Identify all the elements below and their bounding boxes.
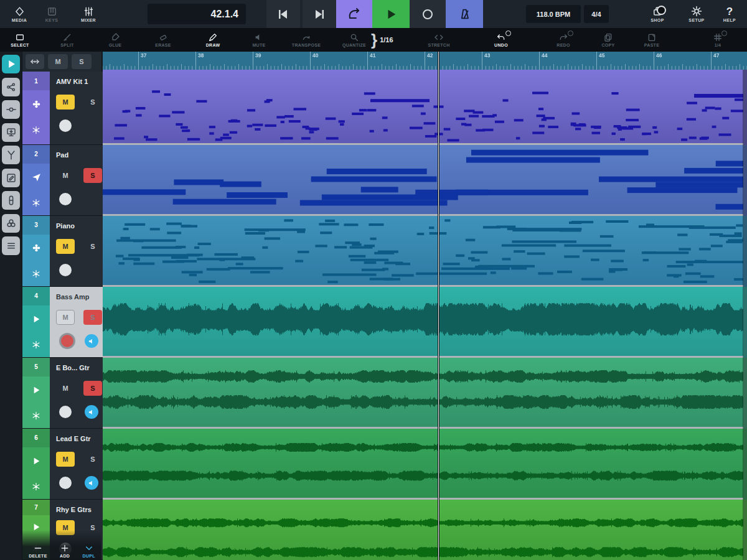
audio-track-icon[interactable] [22,376,50,404]
lane-canvas-3[interactable] [103,216,747,285]
record-arm-button[interactable] [59,477,72,489]
stretch-tool-button[interactable]: STRETCH [419,28,459,52]
sidebar-connector-button[interactable] [2,100,20,119]
cycle-button[interactable] [336,0,372,28]
master-mute-button[interactable]: M [48,54,68,69]
lane-track-3[interactable] [103,216,747,287]
solo-button[interactable]: S [83,239,102,254]
lane-canvas-5[interactable] [103,358,747,427]
overview-scroll-strip[interactable] [743,70,747,560]
track-name[interactable]: Piano [56,218,102,235]
lane-track-2[interactable] [103,145,747,216]
lane-track-4[interactable] [103,287,747,358]
redo-tool-button[interactable]: REDO [545,28,582,52]
quantize-tool-button[interactable]: QUANTIZE [336,28,372,52]
sidebar-nodes-button[interactable] [2,78,20,96]
duplicate-track-button[interactable]: DUPL [83,543,95,558]
playhead-cursor[interactable] [438,52,439,560]
track-header-3[interactable]: 3PianoMS [22,216,101,287]
mixer-button[interactable]: MIXER [72,0,105,28]
lane-track-7[interactable] [103,500,747,560]
track-name[interactable]: Bass Amp [56,289,102,306]
sidebar-branch-button[interactable] [2,146,20,164]
lane-canvas-4[interactable] [103,287,747,356]
track-header-2[interactable]: 2PadMS [22,145,101,216]
track-header-5[interactable]: 5E Bo... GtrMS [22,358,101,429]
erase-tool-button[interactable]: ERASE [144,28,182,52]
lane-canvas-6[interactable] [103,429,747,498]
midi-instrument-icon[interactable] [22,235,50,262]
help-button[interactable]: ? HELP [716,0,743,28]
setup-button[interactable]: SETUP [680,0,713,28]
sidebar-monitor-button[interactable] [2,123,20,142]
record-arm-button[interactable] [59,333,75,349]
timeline-ruler[interactable]: 3738394041424344454647 [103,52,747,70]
freeze-icon[interactable] [22,261,50,286]
track-name[interactable]: Rhy E Gtrs [56,502,102,516]
solo-button[interactable]: S [83,310,102,325]
tempo-display[interactable]: 118.0 BPM [526,5,581,23]
time-position-display[interactable]: 42.1.4 [148,4,246,24]
solo-button[interactable]: S [83,168,102,183]
transpose-tool-button[interactable]: TRANSPOSE [286,28,326,52]
record-arm-button[interactable] [59,264,72,276]
1/4-tool-button[interactable]: 1/4 [700,28,736,52]
monitor-button[interactable] [85,334,98,348]
monitor-button[interactable] [85,476,98,490]
track-header-1[interactable]: 1AMV Kit 1MS [22,72,101,145]
record-arm-button[interactable] [59,119,72,132]
track-header-6[interactable]: 6Lead E GtrMS [22,429,101,500]
undo-tool-button[interactable]: UNDO [482,28,520,52]
sidebar-rows-button[interactable] [2,236,20,255]
metronome-button[interactable] [446,0,483,28]
keys-button[interactable]: KEYS [37,0,66,28]
track-name[interactable]: E Bo... Gtr [56,360,102,376]
freeze-icon[interactable] [22,403,50,428]
mute-button[interactable]: M [56,310,75,325]
paste-tool-button[interactable]: PASTE [633,28,670,52]
lane-canvas-2[interactable] [103,145,747,214]
track-header-4[interactable]: 4Bass AmpMS [22,287,101,358]
mute-tool-button[interactable]: MUTE [240,28,278,52]
lane-canvas-7[interactable] [103,500,747,560]
sidebar-circles-button[interactable] [2,214,20,233]
track-name[interactable]: Lead E Gtr [56,431,102,447]
lane-track-5[interactable] [103,358,747,429]
sidebar-play-button[interactable] [2,55,20,73]
solo-button[interactable]: S [83,381,102,396]
quantize-value-display[interactable]: } 1/16 [371,28,393,52]
play-button[interactable] [372,0,410,28]
track-name[interactable]: AMV Kit 1 [56,74,102,90]
split-tool-button[interactable]: SPLIT [49,28,86,52]
lane-track-6[interactable] [103,429,747,500]
time-signature-display[interactable]: 4/4 [584,5,609,23]
mute-button[interactable]: M [56,95,75,110]
lane-canvas-1[interactable] [103,70,747,143]
media-button[interactable]: MEDIA [5,0,34,28]
glue-tool-button[interactable]: GLUE [96,28,134,52]
select-tool-button[interactable]: SELECT [1,28,39,52]
delete-track-button[interactable]: DELETE [29,543,47,558]
track-move-button[interactable] [26,54,44,69]
mute-button[interactable]: M [56,452,75,467]
copy-tool-button[interactable]: COPY [590,28,627,52]
freeze-icon[interactable] [22,474,50,499]
mute-button[interactable]: M [56,239,75,254]
track-name[interactable]: Pad [56,147,102,164]
sidebar-edit-button[interactable] [2,169,20,187]
freeze-icon[interactable] [22,118,50,142]
audio-track-icon[interactable] [22,306,50,333]
add-track-button[interactable]: ADD [60,543,70,558]
mute-button[interactable]: M [56,381,75,396]
solo-button[interactable]: S [83,95,102,110]
skip-forward-button[interactable] [303,0,336,28]
monitor-button[interactable] [85,405,98,419]
lane-track-1[interactable] [103,70,747,145]
record-button[interactable] [410,0,446,28]
midi-instrument-icon[interactable] [22,164,50,191]
arrange-area[interactable]: 3738394041424344454647 [103,52,747,560]
draw-tool-button[interactable]: DRAW [194,28,232,52]
audio-track-icon[interactable] [22,447,50,475]
solo-button[interactable]: S [83,452,102,467]
sidebar-fader-button[interactable] [2,191,20,210]
